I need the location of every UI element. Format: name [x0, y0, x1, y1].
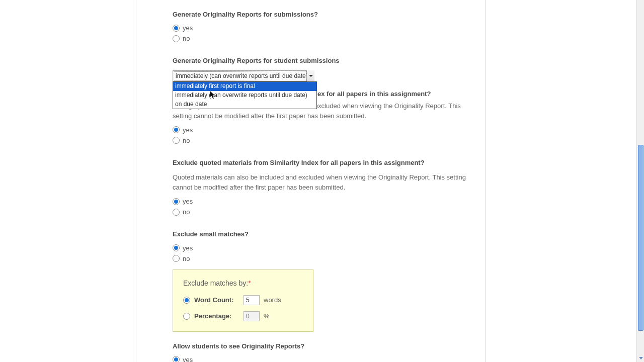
match-row-wordcount: Word Count: words: [183, 295, 303, 305]
section-exclude-small: Exclude small matches? yes no: [173, 230, 467, 262]
section-allow-students: Allow students to see Originality Report…: [173, 342, 467, 363]
box-title-text: Exclude matches by:: [183, 279, 248, 287]
section-generate-reports-student: Generate Originality Reports for student…: [173, 56, 467, 81]
percentage-label: Percentage:: [194, 312, 239, 320]
label-exclude-biblio-tail: ex for all papers in this assignment?: [317, 90, 431, 98]
select-report-timing[interactable]: immediately (can overwrite reports until…: [173, 70, 314, 81]
match-row-percentage: Percentage: %: [183, 311, 303, 321]
radio-wordcount[interactable]: [183, 297, 190, 304]
percentage-unit: %: [264, 312, 270, 320]
radio-allow-students-yes[interactable]: [173, 356, 180, 362]
percentage-input[interactable]: [244, 311, 260, 321]
radio-label: no: [183, 35, 190, 42]
radio-label: yes: [183, 356, 193, 362]
label-exclude-quoted: Exclude quoted materials from Similarity…: [173, 158, 467, 167]
vertical-scrollbar[interactable]: [636, 0, 644, 362]
radio-label: yes: [183, 244, 193, 252]
dropdown-option-first-final[interactable]: immediately first report is final: [173, 82, 316, 91]
radio-exclude-quoted-yes[interactable]: [173, 198, 180, 205]
radio-label: yes: [183, 126, 193, 134]
dropdown-list: immediately first report is final immedi…: [173, 81, 317, 109]
radio-exclude-biblio-yes[interactable]: [173, 126, 180, 133]
radio-label: no: [183, 255, 190, 262]
radio-gen-reports-sub-no[interactable]: [173, 35, 180, 42]
label-generate-reports-student: Generate Originality Reports for student…: [173, 56, 467, 65]
radio-label: no: [183, 208, 190, 216]
page-content: Generate Originality Reports for submiss…: [0, 0, 636, 362]
exclude-matches-by-box: Exclude matches by:* Word Count: words P…: [173, 269, 313, 332]
radio-exclude-small-yes[interactable]: [173, 244, 180, 251]
required-asterisk: *: [248, 279, 251, 287]
label-exclude-small: Exclude small matches?: [173, 230, 467, 239]
label-allow-students: Allow students to see Originality Report…: [173, 342, 467, 351]
section-generate-reports-submissions: Generate Originality Reports for submiss…: [173, 10, 467, 42]
select-display[interactable]: immediately (can overwrite reports until…: [173, 70, 314, 81]
wordcount-unit: words: [264, 296, 281, 304]
desc-exclude-quoted: Quoted materials can also be included an…: [173, 172, 467, 193]
radio-exclude-quoted-no[interactable]: [173, 209, 180, 216]
radio-exclude-biblio-no[interactable]: [173, 137, 180, 144]
wordcount-input[interactable]: [244, 295, 260, 305]
radio-label: yes: [183, 198, 193, 205]
label-generate-reports-submissions: Generate Originality Reports for submiss…: [173, 10, 467, 19]
radio-gen-reports-sub-yes[interactable]: [173, 25, 180, 32]
radio-exclude-small-no[interactable]: [173, 255, 180, 262]
radio-percentage[interactable]: [183, 313, 190, 320]
section-exclude-quoted: Exclude quoted materials from Similarity…: [173, 158, 467, 216]
scrollbar-down-arrow-icon[interactable]: [637, 354, 644, 362]
scrollbar-thumb[interactable]: [638, 145, 643, 331]
dropdown-option-on-due-date[interactable]: on due date: [173, 100, 316, 109]
wordcount-label: Word Count:: [194, 296, 239, 304]
radio-label: no: [183, 137, 190, 144]
chevron-down-icon[interactable]: [306, 70, 314, 81]
radio-label: yes: [183, 24, 193, 32]
dropdown-option-overwrite[interactable]: immediately (can overwrite reports until…: [173, 91, 316, 100]
settings-panel: Generate Originality Reports for submiss…: [136, 0, 486, 362]
exclude-matches-by-title: Exclude matches by:*: [183, 279, 303, 287]
select-value: immediately (can overwrite reports until…: [176, 72, 308, 79]
